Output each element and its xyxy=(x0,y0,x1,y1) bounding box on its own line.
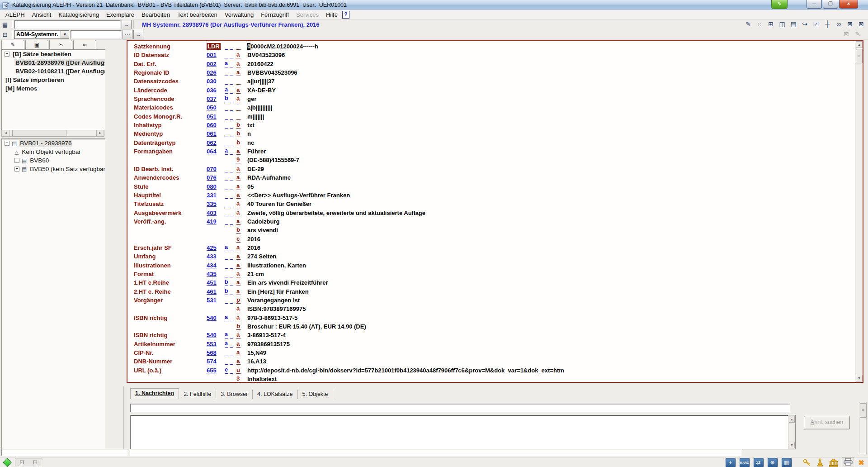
subfield-code[interactable]: a xyxy=(236,192,241,199)
field-tag[interactable]: 335 xyxy=(207,200,217,207)
field-tag[interactable]: 540 xyxy=(207,332,217,338)
indicator-slot[interactable] xyxy=(230,332,233,338)
indicator-slot[interactable]: a xyxy=(225,148,228,155)
field-value[interactable]: RDA-Aufnahme xyxy=(247,174,291,181)
chevron-down-icon[interactable]: ▼ xyxy=(61,31,69,38)
menu-aleph[interactable]: ALEPH xyxy=(2,10,28,19)
subfield-code[interactable]: a xyxy=(236,148,241,155)
subfield-code[interactable]: b xyxy=(236,323,241,330)
tree-item-label[interactable]: BVB01 - 28938976 xyxy=(19,140,72,147)
field-tag[interactable]: 331 xyxy=(207,192,217,199)
subfield-code[interactable]: a xyxy=(236,174,241,181)
tree-item-bvb02-10108211-der-ausflugs-ve[interactable]: BVB02-10108211 ([Der Ausflugs-Ve xyxy=(2,67,105,76)
subfield-code[interactable]: a xyxy=(236,87,241,94)
indicator-slot[interactable] xyxy=(230,192,233,199)
field-value[interactable]: txt xyxy=(247,122,255,129)
indicator-slot[interactable] xyxy=(225,130,228,137)
marc-view-icon[interactable]: MARC xyxy=(740,458,750,467)
menu-verwaltung[interactable]: Verwaltung xyxy=(221,10,257,19)
field-value[interactable]: 40 Touren für Genießer xyxy=(247,200,311,207)
menu-bearbeiten[interactable]: Bearbeiten xyxy=(138,10,174,19)
menu-hilfe[interactable]: Hilfe xyxy=(322,10,341,19)
indicator-slot[interactable] xyxy=(230,288,233,295)
subfield-code[interactable]: a xyxy=(236,315,241,321)
tree-item-label[interactable]: BVB01-28938976 ([Der Ausflugs-Ve xyxy=(14,59,105,66)
pane-scroll-thumb[interactable]: ≡ xyxy=(860,403,867,418)
subfield-code[interactable]: b xyxy=(236,227,241,234)
field-tag[interactable]: 461 xyxy=(207,288,217,295)
subfield-code[interactable]: a xyxy=(236,61,241,67)
field-tag[interactable]: 002 xyxy=(207,61,217,67)
field-tag[interactable]: 062 xyxy=(207,139,217,146)
field-tag[interactable]: 451 xyxy=(207,279,217,286)
menu-text-bearbeiten[interactable]: Text bearbeiten xyxy=(174,10,221,19)
field-tag[interactable]: 574 xyxy=(207,358,217,365)
globe-icon[interactable]: ⊕ xyxy=(768,458,778,467)
indicator-slot[interactable] xyxy=(230,122,233,129)
indicator-slot[interactable]: b xyxy=(225,288,228,295)
indicator-slot[interactable] xyxy=(225,253,228,260)
close-all-icon[interactable]: ⊠ xyxy=(857,20,865,28)
adm-search-input[interactable] xyxy=(71,30,122,39)
subfield-code[interactable]: u xyxy=(236,367,241,374)
field-tag[interactable]: 540 xyxy=(207,315,217,321)
indicator-slot[interactable] xyxy=(225,139,228,146)
indicator-slot[interactable] xyxy=(230,297,233,304)
field-value[interactable]: Vorangegangen ist xyxy=(247,297,300,304)
subfield-code[interactable]: a xyxy=(236,244,241,251)
field-tag[interactable]: 051 xyxy=(207,113,217,120)
messages-list[interactable]: ▲ ▼ xyxy=(130,415,796,449)
expand-icon[interactable]: + xyxy=(14,158,19,163)
cut-tab[interactable]: ✂ xyxy=(49,40,72,50)
subfield-code[interactable]: p xyxy=(236,297,241,304)
indicator-slot[interactable] xyxy=(225,271,228,277)
tree-item-bvb01-28938976[interactable]: −▤BVB01 - 28938976 xyxy=(2,139,105,148)
indicator-slot[interactable] xyxy=(230,200,233,207)
field-tag[interactable]: 070 xyxy=(207,166,217,172)
field-value[interactable]: 3-86913-517-4 xyxy=(247,332,286,338)
indicator-slot[interactable] xyxy=(225,43,228,50)
field-value[interactable]: ger xyxy=(247,95,256,102)
expand-icon[interactable]: + xyxy=(14,167,19,172)
menu-katalogisierung[interactable]: Katalogisierung xyxy=(55,10,103,19)
indicator-slot[interactable]: a xyxy=(225,61,228,67)
tree-item-label[interactable]: [I] Sätze importieren xyxy=(5,76,65,83)
field-tag[interactable]: 060 xyxy=(207,122,217,129)
field-tag[interactable]: 036 xyxy=(207,87,217,94)
close-record-icon[interactable]: ↪ xyxy=(801,20,809,28)
field-value[interactable]: nc xyxy=(247,139,254,146)
indicator-slot[interactable] xyxy=(230,52,233,58)
indicator-slot[interactable] xyxy=(230,183,233,190)
indicator-slot[interactable] xyxy=(230,210,233,216)
record-editor[interactable]: SatzkennungLDR00000cM2.01200024------hID… xyxy=(127,40,863,383)
tab-2-feldhilfe[interactable]: 2. Feldhilfe xyxy=(179,390,216,399)
field-tag[interactable]: 064 xyxy=(207,148,217,155)
editor-vscrollbar[interactable]: ▲ ≡ ▼ xyxy=(855,41,863,382)
close-session-icon[interactable]: ✖ xyxy=(859,458,864,467)
indicator-slot[interactable] xyxy=(225,113,228,120)
field-tag[interactable]: 050 xyxy=(207,104,217,111)
scroll-up-icon[interactable]: ▲ xyxy=(856,41,863,48)
records-tree-hscrollbar[interactable]: ◄ ► xyxy=(1,130,104,137)
field-value[interactable]: Cadolzburg xyxy=(247,218,280,225)
indicator-slot[interactable]: a xyxy=(225,332,228,338)
scroll-up-icon[interactable]: ▲ xyxy=(789,416,795,423)
indicator-slot[interactable] xyxy=(225,297,228,304)
indicator-slot[interactable] xyxy=(230,95,233,102)
subfield-code[interactable]: a xyxy=(236,305,241,312)
indicator-slot[interactable]: a xyxy=(225,341,228,348)
indicator-slot[interactable] xyxy=(225,192,228,199)
indicator-slot[interactable] xyxy=(225,78,228,85)
indicator-slot[interactable] xyxy=(225,174,228,181)
indicator-slot[interactable] xyxy=(230,69,233,76)
field-tag[interactable]: 061 xyxy=(207,130,217,137)
subfield-code[interactable]: a xyxy=(236,332,241,338)
help-icon[interactable]: ? xyxy=(342,11,349,19)
indicator-slot[interactable]: b xyxy=(225,279,228,286)
subfield-code[interactable]: a xyxy=(236,52,241,58)
indicator-slot[interactable]: e xyxy=(225,367,228,374)
tree-item-label[interactable]: BVB02-10108211 ([Der Ausflugs-Ve xyxy=(14,68,105,75)
tree-item-bvb01-28938976-der-ausflugs-ve[interactable]: BVB01-28938976 ([Der Ausflugs-Ve xyxy=(2,58,105,67)
record-copies-tab[interactable]: ▣ xyxy=(25,40,48,50)
field-tag[interactable]: 030 xyxy=(207,78,217,85)
